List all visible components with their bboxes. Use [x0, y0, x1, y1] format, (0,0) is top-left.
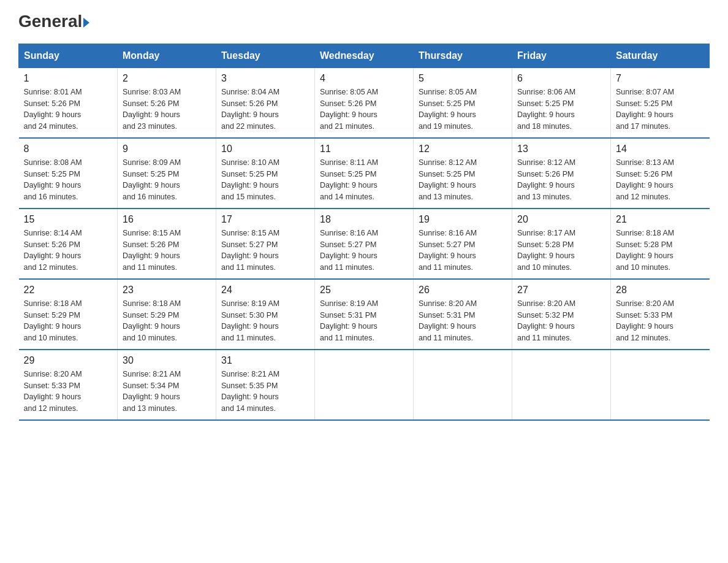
- calendar-cell: 25Sunrise: 8:19 AMSunset: 5:31 PMDayligh…: [315, 279, 414, 350]
- day-number: 29: [24, 355, 113, 366]
- col-wednesday: Wednesday: [315, 44, 414, 67]
- calendar-cell: 24Sunrise: 8:19 AMSunset: 5:30 PMDayligh…: [216, 279, 315, 350]
- day-number: 23: [123, 285, 211, 296]
- day-number: 9: [123, 144, 211, 155]
- day-info: Sunrise: 8:14 AMSunset: 5:26 PMDaylight:…: [24, 228, 113, 274]
- calendar-cell: 20Sunrise: 8:17 AMSunset: 5:28 PMDayligh…: [512, 209, 611, 279]
- day-info: Sunrise: 8:09 AMSunset: 5:25 PMDaylight:…: [123, 157, 211, 203]
- day-number: 25: [320, 285, 408, 296]
- calendar-cell: 27Sunrise: 8:20 AMSunset: 5:32 PMDayligh…: [512, 279, 611, 350]
- logo-text: General: [18, 12, 89, 31]
- calendar-cell: 5Sunrise: 8:05 AMSunset: 5:25 PMDaylight…: [414, 67, 512, 138]
- calendar-week-row: 22Sunrise: 8:18 AMSunset: 5:29 PMDayligh…: [19, 279, 710, 350]
- day-number: 3: [221, 73, 309, 84]
- day-info: Sunrise: 8:11 AMSunset: 5:25 PMDaylight:…: [320, 157, 408, 203]
- calendar-cell: 31Sunrise: 8:21 AMSunset: 5:35 PMDayligh…: [216, 350, 315, 420]
- col-friday: Friday: [512, 44, 611, 67]
- day-number: 4: [320, 73, 408, 84]
- calendar-header-row: Sunday Monday Tuesday Wednesday Thursday…: [19, 44, 710, 67]
- day-info: Sunrise: 8:16 AMSunset: 5:27 PMDaylight:…: [320, 228, 408, 274]
- calendar-cell: 6Sunrise: 8:06 AMSunset: 5:25 PMDaylight…: [512, 67, 611, 138]
- calendar-cell: 2Sunrise: 8:03 AMSunset: 5:26 PMDaylight…: [118, 67, 216, 138]
- calendar-week-row: 1Sunrise: 8:01 AMSunset: 5:26 PMDaylight…: [19, 67, 710, 138]
- day-info: Sunrise: 8:08 AMSunset: 5:25 PMDaylight:…: [24, 157, 113, 203]
- calendar-cell: 18Sunrise: 8:16 AMSunset: 5:27 PMDayligh…: [315, 209, 414, 279]
- day-number: 19: [419, 214, 507, 225]
- day-info: Sunrise: 8:12 AMSunset: 5:25 PMDaylight:…: [419, 157, 507, 203]
- logo: General: [18, 12, 89, 31]
- calendar-table: Sunday Monday Tuesday Wednesday Thursday…: [18, 44, 710, 421]
- day-number: 18: [320, 214, 408, 225]
- day-info: Sunrise: 8:15 AMSunset: 5:27 PMDaylight:…: [221, 228, 309, 274]
- day-number: 20: [517, 214, 605, 225]
- day-info: Sunrise: 8:07 AMSunset: 5:25 PMDaylight:…: [616, 86, 705, 132]
- calendar-cell: 4Sunrise: 8:05 AMSunset: 5:26 PMDaylight…: [315, 67, 414, 138]
- day-number: 1: [24, 73, 113, 84]
- calendar-cell: 23Sunrise: 8:18 AMSunset: 5:29 PMDayligh…: [118, 279, 216, 350]
- day-info: Sunrise: 8:01 AMSunset: 5:26 PMDaylight:…: [24, 86, 113, 132]
- calendar-cell: 26Sunrise: 8:20 AMSunset: 5:31 PMDayligh…: [414, 279, 512, 350]
- calendar-cell: 21Sunrise: 8:18 AMSunset: 5:28 PMDayligh…: [611, 209, 710, 279]
- day-info: Sunrise: 8:10 AMSunset: 5:25 PMDaylight:…: [221, 157, 309, 203]
- day-number: 10: [221, 144, 309, 155]
- calendar-cell: 12Sunrise: 8:12 AMSunset: 5:25 PMDayligh…: [414, 138, 512, 209]
- calendar-cell: [512, 350, 611, 420]
- day-info: Sunrise: 8:17 AMSunset: 5:28 PMDaylight:…: [517, 228, 605, 274]
- calendar-cell: [414, 350, 512, 420]
- day-info: Sunrise: 8:18 AMSunset: 5:29 PMDaylight:…: [123, 298, 211, 344]
- day-info: Sunrise: 8:05 AMSunset: 5:26 PMDaylight:…: [320, 86, 408, 132]
- day-info: Sunrise: 8:21 AMSunset: 5:34 PMDaylight:…: [123, 369, 211, 415]
- day-info: Sunrise: 8:19 AMSunset: 5:31 PMDaylight:…: [320, 298, 408, 344]
- calendar-cell: 17Sunrise: 8:15 AMSunset: 5:27 PMDayligh…: [216, 209, 315, 279]
- day-number: 12: [419, 144, 507, 155]
- calendar-cell: 22Sunrise: 8:18 AMSunset: 5:29 PMDayligh…: [19, 279, 118, 350]
- day-info: Sunrise: 8:04 AMSunset: 5:26 PMDaylight:…: [221, 86, 309, 132]
- col-sunday: Sunday: [19, 44, 118, 67]
- calendar-cell: 15Sunrise: 8:14 AMSunset: 5:26 PMDayligh…: [19, 209, 118, 279]
- calendar-week-row: 8Sunrise: 8:08 AMSunset: 5:25 PMDaylight…: [19, 138, 710, 209]
- calendar-cell: [315, 350, 414, 420]
- day-info: Sunrise: 8:19 AMSunset: 5:30 PMDaylight:…: [221, 298, 309, 344]
- day-number: 13: [517, 144, 605, 155]
- day-number: 5: [419, 73, 507, 84]
- day-info: Sunrise: 8:12 AMSunset: 5:26 PMDaylight:…: [517, 157, 605, 203]
- day-info: Sunrise: 8:18 AMSunset: 5:29 PMDaylight:…: [24, 298, 113, 344]
- day-number: 6: [517, 73, 605, 84]
- calendar-cell: 3Sunrise: 8:04 AMSunset: 5:26 PMDaylight…: [216, 67, 315, 138]
- day-number: 2: [123, 73, 211, 84]
- day-info: Sunrise: 8:16 AMSunset: 5:27 PMDaylight:…: [419, 228, 507, 274]
- calendar-week-row: 29Sunrise: 8:20 AMSunset: 5:33 PMDayligh…: [19, 350, 710, 420]
- day-number: 16: [123, 214, 211, 225]
- calendar-cell: 10Sunrise: 8:10 AMSunset: 5:25 PMDayligh…: [216, 138, 315, 209]
- page-header: General: [18, 12, 710, 31]
- day-number: 21: [616, 214, 705, 225]
- calendar-cell: 29Sunrise: 8:20 AMSunset: 5:33 PMDayligh…: [19, 350, 118, 420]
- col-monday: Monday: [118, 44, 216, 67]
- day-info: Sunrise: 8:20 AMSunset: 5:33 PMDaylight:…: [24, 369, 113, 415]
- day-number: 7: [616, 73, 705, 84]
- day-number: 15: [24, 214, 113, 225]
- calendar-cell: 30Sunrise: 8:21 AMSunset: 5:34 PMDayligh…: [118, 350, 216, 420]
- calendar-cell: 14Sunrise: 8:13 AMSunset: 5:26 PMDayligh…: [611, 138, 710, 209]
- calendar-week-row: 15Sunrise: 8:14 AMSunset: 5:26 PMDayligh…: [19, 209, 710, 279]
- day-info: Sunrise: 8:06 AMSunset: 5:25 PMDaylight:…: [517, 86, 605, 132]
- day-info: Sunrise: 8:20 AMSunset: 5:31 PMDaylight:…: [419, 298, 507, 344]
- day-info: Sunrise: 8:05 AMSunset: 5:25 PMDaylight:…: [419, 86, 507, 132]
- day-number: 31: [221, 355, 309, 366]
- day-number: 14: [616, 144, 705, 155]
- day-info: Sunrise: 8:13 AMSunset: 5:26 PMDaylight:…: [616, 157, 705, 203]
- day-info: Sunrise: 8:15 AMSunset: 5:26 PMDaylight:…: [123, 228, 211, 274]
- calendar-cell: 7Sunrise: 8:07 AMSunset: 5:25 PMDaylight…: [611, 67, 710, 138]
- day-number: 22: [24, 285, 113, 296]
- calendar-cell: 11Sunrise: 8:11 AMSunset: 5:25 PMDayligh…: [315, 138, 414, 209]
- calendar-body: 1Sunrise: 8:01 AMSunset: 5:26 PMDaylight…: [19, 67, 710, 420]
- day-number: 27: [517, 285, 605, 296]
- calendar-cell: 8Sunrise: 8:08 AMSunset: 5:25 PMDaylight…: [19, 138, 118, 209]
- day-number: 24: [221, 285, 309, 296]
- calendar-cell: 19Sunrise: 8:16 AMSunset: 5:27 PMDayligh…: [414, 209, 512, 279]
- calendar-cell: 9Sunrise: 8:09 AMSunset: 5:25 PMDaylight…: [118, 138, 216, 209]
- day-number: 8: [24, 144, 113, 155]
- calendar-cell: 1Sunrise: 8:01 AMSunset: 5:26 PMDaylight…: [19, 67, 118, 138]
- day-info: Sunrise: 8:21 AMSunset: 5:35 PMDaylight:…: [221, 369, 309, 415]
- col-tuesday: Tuesday: [216, 44, 315, 67]
